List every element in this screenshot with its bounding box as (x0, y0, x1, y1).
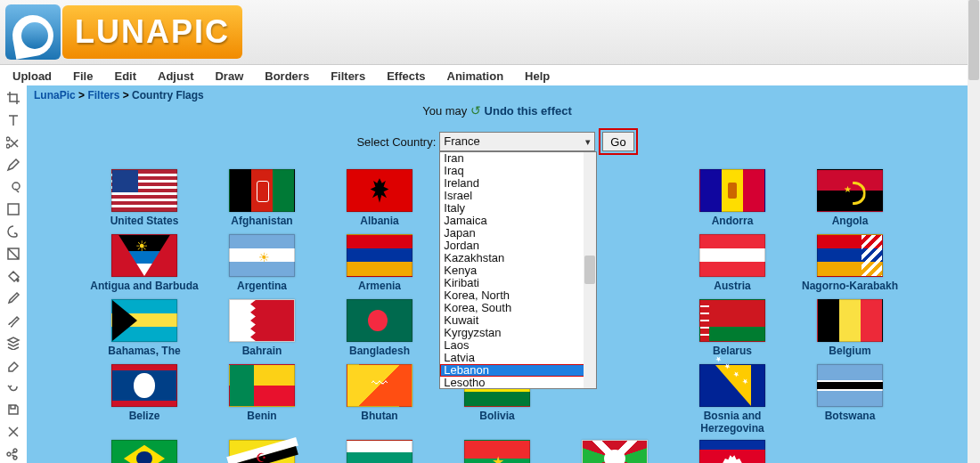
flag-label[interactable]: Bangladesh (321, 345, 438, 357)
flag-cell[interactable]: Belgium (791, 299, 909, 357)
flag-label[interactable]: Bosnia and Herzegovina (674, 410, 791, 435)
flag-label[interactable]: Bhutan (321, 410, 438, 422)
menu-filters[interactable]: Filters (320, 67, 376, 85)
country-option[interactable]: Iran (440, 152, 596, 165)
flag-cell[interactable]: Benin (203, 364, 321, 435)
flag-cell[interactable]: Bangladesh (321, 299, 438, 357)
palette-icon[interactable] (6, 224, 20, 239)
menu-help[interactable]: Help (514, 67, 560, 85)
flag-label[interactable]: Belarus (674, 345, 791, 357)
flag-label[interactable]: Austria (674, 280, 791, 292)
flag-cell[interactable]: Nagorno-Karabakh (791, 234, 909, 292)
logo[interactable]: LUNAPIC (5, 4, 242, 60)
save-icon[interactable] (6, 402, 20, 417)
flag-cell[interactable]: Cambodia (674, 440, 791, 463)
flag-cell[interactable]: Botswana (791, 364, 909, 435)
country-select[interactable]: France (439, 132, 595, 151)
layers-icon[interactable] (6, 336, 20, 350)
country-option[interactable]: Lesotho (440, 377, 596, 389)
flag-label[interactable]: Armenia (321, 280, 438, 292)
country-option[interactable]: Kazakhstan (440, 252, 596, 264)
country-option[interactable]: Jordan (440, 240, 596, 252)
country-option[interactable]: Israel (440, 190, 596, 202)
dropdown-scrollbar[interactable] (584, 152, 596, 388)
country-option[interactable]: Iraq (440, 165, 596, 177)
flag-cell[interactable]: United States (86, 169, 203, 227)
country-option[interactable]: Kuwait (440, 314, 596, 327)
crop-icon[interactable] (6, 91, 20, 105)
flag-cell[interactable]: Austria (674, 234, 791, 292)
country-option[interactable]: Lebanon (440, 364, 596, 377)
undo-link[interactable]: Undo this effect (485, 104, 572, 118)
country-option[interactable]: Korea, South (440, 302, 596, 314)
flag-label[interactable]: Andorra (674, 215, 791, 227)
flag-label[interactable]: Angola (791, 215, 909, 227)
menu-adjust[interactable]: Adjust (147, 67, 204, 85)
country-option[interactable]: Japan (440, 227, 596, 240)
flag-cell[interactable]: ☀Argentina (203, 234, 321, 292)
rotate-icon[interactable] (6, 380, 20, 394)
country-option[interactable]: Kiribati (440, 277, 596, 289)
flag-cell[interactable]: Andorra (674, 169, 791, 227)
flag-label[interactable]: United States (86, 215, 203, 227)
flag-label[interactable]: Botswana (791, 410, 909, 422)
flag-cell[interactable]: Albania (321, 169, 438, 227)
country-option[interactable]: Jamaica (440, 215, 596, 227)
country-option[interactable]: Latvia (440, 352, 596, 364)
menu-draw[interactable]: Draw (204, 67, 254, 85)
delete-icon[interactable] (6, 425, 20, 439)
flag-cell[interactable]: Bulgaria (321, 440, 438, 463)
magnify-icon[interactable] (6, 180, 20, 194)
flag-label[interactable]: Nagorno-Karabakh (791, 280, 909, 292)
gradient-icon[interactable] (6, 247, 20, 261)
flag-cell[interactable]: ☪Brunei (203, 440, 321, 463)
flag-label[interactable]: Benin (203, 410, 321, 422)
flag-cell[interactable]: Belarus (674, 299, 791, 357)
eraser-icon[interactable] (6, 358, 20, 372)
pencil-icon[interactable] (6, 158, 20, 172)
eyedropper-icon[interactable] (6, 291, 20, 305)
scissors-icon[interactable] (6, 135, 20, 150)
country-option[interactable]: Ireland (440, 177, 596, 190)
flag-label[interactable]: Albania (321, 215, 438, 227)
menu-upload[interactable]: Upload (2, 67, 62, 85)
flag-label[interactable]: Belgium (791, 345, 909, 357)
flag-cell[interactable]: ★Burkina Faso (438, 440, 556, 463)
country-option[interactable]: Laos (440, 339, 596, 352)
flag-label[interactable]: Belize (86, 410, 203, 422)
menu-borders[interactable]: Borders (254, 67, 320, 85)
text-icon[interactable] (6, 113, 20, 127)
flag-label[interactable]: Bahamas, The (86, 345, 203, 357)
flag-cell[interactable]: Armenia (321, 234, 438, 292)
country-option[interactable]: Korea, North (440, 289, 596, 302)
flag-label[interactable]: Bahrain (203, 345, 321, 357)
flag-label[interactable]: Afghanistan (203, 215, 321, 227)
flag-cell[interactable]: Bahrain (203, 299, 321, 357)
flag-cell[interactable]: ★Angola (791, 169, 909, 227)
country-option[interactable]: Kenya (440, 264, 596, 277)
menu-file[interactable]: File (62, 67, 103, 85)
select-icon[interactable] (6, 202, 20, 216)
flag-cell[interactable]: ☀Antigua and Barbuda (86, 234, 203, 292)
brush-icon[interactable] (6, 313, 20, 328)
flag-cell[interactable]: ★ ★ ★ ★Bosnia and Herzegovina (674, 364, 791, 435)
country-dropdown-list[interactable]: IranIraqIrelandIsraelItalyJamaicaJapanJo… (439, 151, 597, 389)
flag-cell[interactable]: Bahamas, The (86, 299, 203, 357)
flag-cell[interactable]: Burundi (556, 440, 674, 463)
flag-cell[interactable]: Belize (86, 364, 203, 435)
flag-label[interactable]: Argentina (203, 280, 321, 292)
flag-label[interactable]: Bolivia (438, 410, 556, 422)
menu-effects[interactable]: Effects (376, 67, 436, 85)
menu-animation[interactable]: Animation (437, 67, 515, 85)
country-option[interactable]: Kyrgyzstan (440, 327, 596, 339)
breadcrumb-root[interactable]: LunaPic (34, 89, 76, 102)
share-icon[interactable] (6, 447, 20, 461)
flag-cell[interactable]: 〰Bhutan (321, 364, 438, 435)
menu-edit[interactable]: Edit (103, 67, 147, 85)
flag-cell[interactable]: Afghanistan (203, 169, 321, 227)
bucket-icon[interactable] (6, 269, 20, 283)
flag-cell[interactable]: Brazil (86, 440, 203, 463)
country-option[interactable]: Italy (440, 202, 596, 215)
window-scrollbar[interactable] (968, 0, 980, 463)
flag-label[interactable]: Antigua and Barbuda (86, 280, 203, 292)
